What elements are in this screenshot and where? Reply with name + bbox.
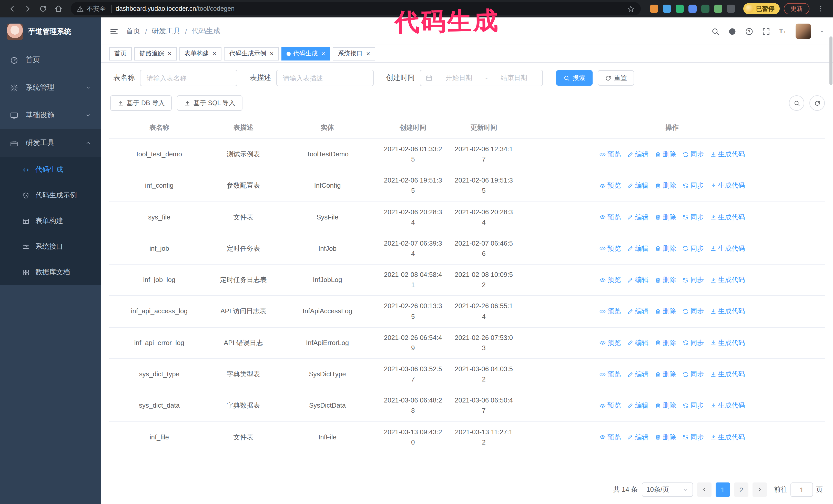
browser-menu-icon[interactable]	[813, 2, 828, 16]
action-preview[interactable]: 预览	[599, 243, 621, 254]
goto-page-input[interactable]	[790, 482, 813, 497]
action-edit[interactable]: 编辑	[627, 432, 648, 442]
tab-close-icon[interactable]: ×	[322, 50, 325, 57]
action-generate[interactable]: 生成代码	[710, 306, 745, 317]
avatar-caret-icon[interactable]	[819, 28, 825, 34]
page-button-2[interactable]: 2	[734, 482, 748, 497]
action-sync[interactable]: 同步	[682, 275, 704, 285]
table-desc-input[interactable]	[276, 70, 374, 86]
action-preview[interactable]: 预览	[599, 369, 621, 379]
github-icon[interactable]	[728, 27, 737, 35]
action-generate[interactable]: 生成代码	[710, 401, 745, 411]
page-size-select[interactable]: 10条/页	[642, 482, 693, 497]
next-page-button[interactable]	[753, 482, 767, 497]
tab-tracer[interactable]: 链路追踪×	[134, 47, 176, 60]
sidebar-item-form-build[interactable]: 表单构建	[0, 208, 101, 234]
action-edit[interactable]: 编辑	[627, 212, 648, 222]
action-delete[interactable]: 删除	[654, 369, 676, 379]
action-edit[interactable]: 编辑	[627, 401, 648, 411]
action-edit[interactable]: 编辑	[627, 338, 648, 348]
action-sync[interactable]: 同步	[682, 243, 704, 254]
action-delete[interactable]: 删除	[654, 181, 676, 191]
action-preview[interactable]: 预览	[599, 306, 621, 317]
refresh-table-button[interactable]	[809, 95, 825, 111]
security-chip[interactable]: 不安全	[77, 4, 112, 13]
prev-page-button[interactable]	[697, 482, 712, 497]
ext-orange-icon[interactable]	[650, 5, 658, 13]
action-delete[interactable]: 删除	[654, 275, 676, 285]
action-sync[interactable]: 同步	[682, 212, 704, 222]
app-logo[interactable]: 芋道管理系统	[0, 18, 101, 46]
action-preview[interactable]: 预览	[599, 432, 621, 442]
import-db-button[interactable]: 基于 DB 导入	[110, 95, 172, 111]
action-generate[interactable]: 生成代码	[710, 369, 745, 379]
ext-green-leaf-icon[interactable]	[714, 5, 722, 13]
action-delete[interactable]: 删除	[654, 212, 676, 222]
action-sync[interactable]: 同步	[682, 432, 704, 442]
browser-update-button[interactable]: 更新	[784, 3, 809, 14]
browser-forward-icon[interactable]	[21, 2, 35, 16]
tab-close-icon[interactable]: ×	[366, 50, 370, 57]
action-generate[interactable]: 生成代码	[710, 338, 745, 348]
sidebar-item-db-doc[interactable]: 数据库文档	[0, 259, 101, 285]
action-delete[interactable]: 删除	[654, 306, 676, 317]
sidebar-item-home[interactable]: 首页	[0, 46, 101, 74]
action-sync[interactable]: 同步	[682, 181, 704, 191]
table-name-input[interactable]	[140, 70, 237, 86]
action-preview[interactable]: 预览	[599, 401, 621, 411]
ext-puzzle-icon[interactable]	[727, 5, 735, 13]
help-icon[interactable]	[745, 27, 754, 35]
action-delete[interactable]: 删除	[654, 149, 676, 160]
toggle-search-button[interactable]	[789, 95, 804, 111]
import-sql-button[interactable]: 基于 SQL 导入	[177, 95, 242, 111]
fullscreen-icon[interactable]	[762, 27, 770, 35]
sidebar-item-api[interactable]: 系统接口	[0, 234, 101, 259]
action-sync[interactable]: 同步	[682, 369, 704, 379]
sidebar-toggle-icon[interactable]	[109, 26, 119, 36]
action-edit[interactable]: 编辑	[627, 275, 648, 285]
browser-reload-icon[interactable]	[36, 2, 50, 16]
action-edit[interactable]: 编辑	[627, 369, 648, 379]
tab-close-icon[interactable]: ×	[168, 50, 171, 57]
browser-home-icon[interactable]	[51, 2, 66, 16]
ext-dark-green-icon[interactable]	[701, 5, 710, 13]
action-preview[interactable]: 预览	[599, 338, 621, 348]
action-delete[interactable]: 删除	[654, 432, 676, 442]
sidebar-item-codegen[interactable]: 代码生成	[0, 157, 101, 183]
tab-api[interactable]: 系统接口×	[333, 47, 375, 60]
action-sync[interactable]: 同步	[682, 338, 704, 348]
tab-codegen[interactable]: 代码生成×	[281, 47, 330, 60]
action-delete[interactable]: 删除	[654, 338, 676, 348]
action-sync[interactable]: 同步	[682, 306, 704, 317]
action-generate[interactable]: 生成代码	[710, 275, 745, 285]
action-generate[interactable]: 生成代码	[710, 243, 745, 254]
action-generate[interactable]: 生成代码	[710, 212, 745, 222]
scrollbar-thumb[interactable]	[829, 37, 832, 85]
breadcrumb-item[interactable]: 研发工具	[152, 27, 181, 36]
font-size-icon[interactable]	[779, 27, 787, 35]
action-edit[interactable]: 编辑	[627, 181, 648, 191]
sidebar-item-codegen-example[interactable]: 代码生成示例	[0, 183, 101, 208]
paused-badge[interactable]: 已暂停	[743, 3, 780, 14]
header-search-icon[interactable]	[711, 27, 720, 35]
breadcrumb-item[interactable]: 首页	[126, 27, 140, 36]
action-delete[interactable]: 删除	[654, 401, 676, 411]
action-generate[interactable]: 生成代码	[710, 181, 745, 191]
page-scrollbar[interactable]	[829, 35, 833, 504]
ext-green-check-icon[interactable]	[675, 5, 684, 13]
action-edit[interactable]: 编辑	[627, 306, 648, 317]
action-edit[interactable]: 编辑	[627, 149, 648, 160]
action-sync[interactable]: 同步	[682, 149, 704, 160]
search-button[interactable]: 搜索	[556, 70, 593, 86]
bookmark-star-icon[interactable]	[627, 5, 635, 13]
page-button-1[interactable]: 1	[716, 482, 730, 497]
address-bar[interactable]: 不安全 dashboard.yudao.iocoder.cn/tool/code…	[71, 2, 641, 16]
tab-form-build[interactable]: 表单构建×	[179, 47, 221, 60]
reset-button[interactable]: 重置	[598, 70, 634, 86]
action-delete[interactable]: 删除	[654, 243, 676, 254]
user-avatar[interactable]	[795, 24, 811, 39]
action-generate[interactable]: 生成代码	[710, 149, 745, 160]
action-preview[interactable]: 预览	[599, 149, 621, 160]
action-preview[interactable]: 预览	[599, 181, 621, 191]
tab-close-icon[interactable]: ×	[270, 50, 273, 57]
